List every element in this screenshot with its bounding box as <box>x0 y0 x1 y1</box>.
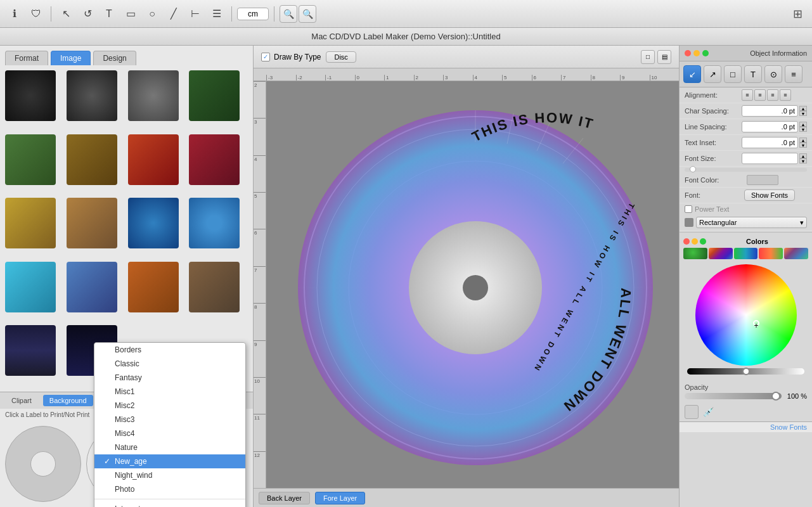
tab-image[interactable]: Image <box>51 51 91 65</box>
list-item[interactable] <box>189 198 240 248</box>
text-inset-down[interactable]: ▼ <box>799 143 807 148</box>
brightness-thumb[interactable] <box>742 368 750 375</box>
color-tl-yellow[interactable] <box>692 238 698 245</box>
opacity-thumb[interactable] <box>771 392 780 401</box>
font-size-input[interactable] <box>742 153 798 164</box>
align-justify-button[interactable]: ≡ <box>780 89 791 101</box>
grid-icon[interactable]: ⊞ <box>788 4 807 23</box>
list-item[interactable] <box>128 198 179 248</box>
dropdown-item-misc3[interactable]: Misc3 <box>94 413 245 427</box>
list-item[interactable] <box>5 262 56 312</box>
line-spacing-stepper[interactable]: ▲ ▼ <box>799 122 807 132</box>
unit-selector[interactable]: cm <box>237 8 269 20</box>
list-item[interactable] <box>67 262 117 312</box>
shield-icon[interactable]: 🛡 <box>27 4 46 23</box>
obj-icon-text[interactable]: T <box>744 65 762 83</box>
opacity-track[interactable] <box>685 393 782 399</box>
rectangular-select[interactable]: Rectangular ▾ <box>696 217 807 228</box>
dropdown-item-misc1[interactable]: Misc1 <box>94 385 245 399</box>
align-left-button[interactable]: ≡ <box>742 89 753 101</box>
color-preset-red-green[interactable] <box>759 248 783 259</box>
snow-fonts-link[interactable]: Snow Fonts <box>685 423 807 431</box>
dropdown-item-new-age[interactable]: ✓ New_age <box>94 454 245 468</box>
char-spacing-down[interactable]: ▼ <box>799 111 807 116</box>
rect-tool-icon[interactable]: ▭ <box>121 4 140 23</box>
dropdown-item-night-wind[interactable]: Night_wind <box>94 468 245 482</box>
zoom-out-button[interactable]: 🔍 <box>299 5 316 23</box>
line-spacing-up[interactable]: ▲ <box>799 122 807 127</box>
canvas-drawing-area[interactable]: 2 3 4 5 6 7 8 9 10 11 12 <box>254 81 679 488</box>
measure-tool-icon[interactable]: ⊢ <box>186 4 205 23</box>
text-inset-stepper[interactable]: ▲ ▼ <box>799 138 807 148</box>
dropdown-item-nature[interactable]: Nature <box>94 440 245 454</box>
back-layer-tab[interactable]: Back Layer <box>259 492 310 504</box>
traffic-light-yellow[interactable] <box>693 50 700 56</box>
brightness-slider[interactable] <box>687 368 804 375</box>
fore-layer-tab[interactable]: Fore Layer <box>315 492 365 504</box>
line-spacing-down[interactable]: ▼ <box>799 127 807 132</box>
layer-icon-1[interactable]: □ <box>641 50 655 64</box>
background-category-dropdown[interactable]: Borders Classic Fantasy Misc1 Misc2 Misc… <box>94 342 246 507</box>
eyedropper-icon[interactable]: 💉 <box>701 405 715 419</box>
list-item[interactable] <box>128 134 179 185</box>
text-inset-input[interactable]: .0 pt <box>742 137 798 148</box>
brightness-track[interactable] <box>687 368 804 375</box>
color-preset-blue-green[interactable] <box>734 248 758 259</box>
list-item[interactable] <box>128 70 179 121</box>
list-item[interactable] <box>189 70 240 121</box>
arrow-tool-icon[interactable]: ↖ <box>56 4 75 23</box>
rotate-tool-icon[interactable]: ↺ <box>78 4 97 23</box>
font-size-down[interactable]: ▼ <box>799 158 807 164</box>
dropdown-item-photo[interactable]: Photo <box>94 482 245 496</box>
layer-icon-2[interactable]: ▤ <box>657 50 671 64</box>
align-right-button[interactable]: ≡ <box>767 89 778 101</box>
font-size-thumb[interactable] <box>690 166 696 172</box>
list-item[interactable] <box>128 262 179 312</box>
barcode-tool-icon[interactable]: ☰ <box>207 4 226 23</box>
traffic-light-green[interactable] <box>702 50 709 56</box>
show-fonts-button[interactable]: Show Fonts <box>744 189 795 201</box>
disc-button[interactable]: Disc <box>326 51 356 63</box>
bottom-tab-background[interactable]: Background <box>43 395 93 406</box>
font-size-up[interactable]: ▲ <box>799 153 807 158</box>
list-item[interactable] <box>189 134 240 185</box>
color-tl-green[interactable] <box>700 238 706 245</box>
dropdown-item-misc2[interactable]: Misc2 <box>94 399 245 413</box>
color-preset-green[interactable] <box>683 248 707 259</box>
draw-by-type-checkbox[interactable]: ✓ <box>261 53 270 61</box>
char-spacing-up[interactable]: ▲ <box>799 106 807 111</box>
color-preset-multi[interactable] <box>784 248 808 259</box>
list-item[interactable] <box>5 198 56 248</box>
power-text-checkbox[interactable] <box>685 205 692 213</box>
list-item[interactable] <box>67 70 117 121</box>
traffic-light-red[interactable] <box>685 50 691 56</box>
dropdown-item-fantasy[interactable]: Fantasy <box>94 371 245 385</box>
list-item[interactable] <box>5 134 56 185</box>
line-spacing-input[interactable]: .0 pt <box>742 121 798 132</box>
color-wheel-container[interactable]: + <box>695 264 797 366</box>
obj-icon-stack[interactable]: ≡ <box>785 65 802 83</box>
obj-icon-circle[interactable]: ⊙ <box>764 65 782 83</box>
char-spacing-input[interactable]: .0 pt <box>742 105 798 117</box>
line-tool-icon[interactable]: ╱ <box>164 4 183 23</box>
dropdown-item-internet[interactable]: Internet <box>94 502 245 507</box>
dropdown-item-misc4[interactable]: Misc4 <box>94 427 245 440</box>
circle-tool-icon[interactable]: ○ <box>143 4 162 23</box>
list-item[interactable] <box>189 262 240 312</box>
char-spacing-stepper[interactable]: ▲ ▼ <box>799 106 807 116</box>
text-inset-up[interactable]: ▲ <box>799 138 807 143</box>
font-size-track[interactable] <box>685 168 807 172</box>
dropdown-item-classic[interactable]: Classic <box>94 357 245 371</box>
tab-format[interactable]: Format <box>5 51 48 65</box>
bottom-tab-clipart[interactable]: Clipart <box>5 395 38 406</box>
tab-design[interactable]: Design <box>93 51 136 65</box>
color-wheel[interactable]: + <box>695 264 797 366</box>
color-swatch-current[interactable] <box>685 405 699 419</box>
text-tool-icon[interactable]: T <box>100 4 119 23</box>
color-preset-rainbow[interactable] <box>709 248 733 259</box>
obj-icon-transform[interactable]: ↗ <box>704 65 721 83</box>
list-item[interactable] <box>67 198 117 248</box>
list-item[interactable] <box>67 134 117 185</box>
list-item[interactable] <box>5 325 56 376</box>
obj-icon-arrow[interactable]: ↙ <box>683 65 701 83</box>
